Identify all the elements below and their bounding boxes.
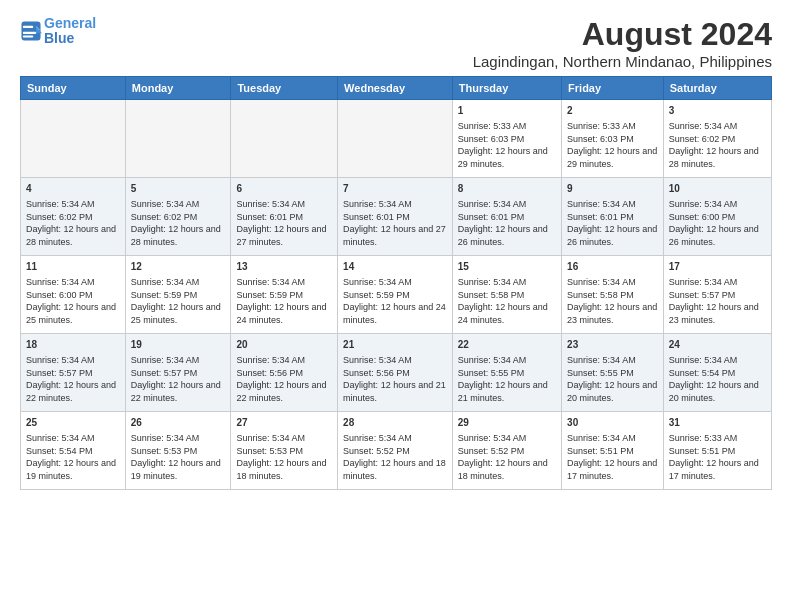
sunset-label: Sunset: 5:57 PM	[669, 290, 736, 300]
day-number: 4	[26, 182, 120, 196]
header-friday: Friday	[562, 77, 664, 100]
calendar-cell: 27Sunrise: 5:34 AMSunset: 5:53 PMDayligh…	[231, 412, 338, 490]
day-number: 29	[458, 416, 556, 430]
sunset-label: Sunset: 6:01 PM	[236, 212, 303, 222]
daylight-label: Daylight: 12 hours and 29 minutes.	[458, 146, 548, 169]
daylight-label: Daylight: 12 hours and 29 minutes.	[567, 146, 657, 169]
calendar-cell: 16Sunrise: 5:34 AMSunset: 5:58 PMDayligh…	[562, 256, 664, 334]
day-number: 27	[236, 416, 332, 430]
calendar-cell: 31Sunrise: 5:33 AMSunset: 5:51 PMDayligh…	[663, 412, 771, 490]
sunset-label: Sunset: 5:51 PM	[567, 446, 634, 456]
daylight-label: Daylight: 12 hours and 19 minutes.	[26, 458, 116, 481]
day-number: 31	[669, 416, 766, 430]
header-saturday: Saturday	[663, 77, 771, 100]
sunset-label: Sunset: 5:52 PM	[458, 446, 525, 456]
sunrise-label: Sunrise: 5:34 AM	[458, 433, 527, 443]
calendar-cell: 4Sunrise: 5:34 AMSunset: 6:02 PMDaylight…	[21, 178, 126, 256]
sunrise-label: Sunrise: 5:34 AM	[343, 277, 412, 287]
day-number: 17	[669, 260, 766, 274]
calendar-cell: 29Sunrise: 5:34 AMSunset: 5:52 PMDayligh…	[452, 412, 561, 490]
sunrise-label: Sunrise: 5:34 AM	[131, 199, 200, 209]
calendar-cell: 21Sunrise: 5:34 AMSunset: 5:56 PMDayligh…	[338, 334, 453, 412]
sunset-label: Sunset: 5:54 PM	[669, 368, 736, 378]
main-title: August 2024	[473, 16, 772, 53]
sunrise-label: Sunrise: 5:34 AM	[26, 355, 95, 365]
sunrise-label: Sunrise: 5:34 AM	[669, 121, 738, 131]
daylight-label: Daylight: 12 hours and 18 minutes.	[458, 458, 548, 481]
sunrise-label: Sunrise: 5:34 AM	[567, 277, 636, 287]
sunrise-label: Sunrise: 5:34 AM	[567, 199, 636, 209]
sunset-label: Sunset: 5:57 PM	[131, 368, 198, 378]
sunrise-label: Sunrise: 5:34 AM	[343, 199, 412, 209]
day-number: 25	[26, 416, 120, 430]
sunset-label: Sunset: 6:03 PM	[567, 134, 634, 144]
daylight-label: Daylight: 12 hours and 20 minutes.	[567, 380, 657, 403]
sunset-label: Sunset: 5:52 PM	[343, 446, 410, 456]
daylight-label: Daylight: 12 hours and 21 minutes.	[343, 380, 446, 403]
daylight-label: Daylight: 12 hours and 28 minutes.	[669, 146, 759, 169]
calendar-header-row: Sunday Monday Tuesday Wednesday Thursday…	[21, 77, 772, 100]
sunrise-label: Sunrise: 5:34 AM	[26, 433, 95, 443]
header-sunday: Sunday	[21, 77, 126, 100]
day-number: 1	[458, 104, 556, 118]
sunset-label: Sunset: 6:02 PM	[669, 134, 736, 144]
sunrise-label: Sunrise: 5:34 AM	[343, 355, 412, 365]
sunset-label: Sunset: 6:02 PM	[26, 212, 93, 222]
daylight-label: Daylight: 12 hours and 26 minutes.	[669, 224, 759, 247]
sunset-label: Sunset: 6:00 PM	[26, 290, 93, 300]
sunrise-label: Sunrise: 5:34 AM	[131, 433, 200, 443]
calendar-cell: 24Sunrise: 5:34 AMSunset: 5:54 PMDayligh…	[663, 334, 771, 412]
day-number: 10	[669, 182, 766, 196]
calendar-cell: 18Sunrise: 5:34 AMSunset: 5:57 PMDayligh…	[21, 334, 126, 412]
sunset-label: Sunset: 5:56 PM	[343, 368, 410, 378]
calendar-cell: 20Sunrise: 5:34 AMSunset: 5:56 PMDayligh…	[231, 334, 338, 412]
sunrise-label: Sunrise: 5:34 AM	[236, 277, 305, 287]
calendar-cell: 6Sunrise: 5:34 AMSunset: 6:01 PMDaylight…	[231, 178, 338, 256]
calendar-cell: 25Sunrise: 5:34 AMSunset: 5:54 PMDayligh…	[21, 412, 126, 490]
logo: General Blue	[20, 16, 96, 47]
daylight-label: Daylight: 12 hours and 26 minutes.	[458, 224, 548, 247]
svg-rect-3	[23, 32, 36, 34]
sunrise-label: Sunrise: 5:33 AM	[567, 121, 636, 131]
sunrise-label: Sunrise: 5:34 AM	[669, 277, 738, 287]
sunset-label: Sunset: 5:58 PM	[567, 290, 634, 300]
sunset-label: Sunset: 5:53 PM	[131, 446, 198, 456]
daylight-label: Daylight: 12 hours and 19 minutes.	[131, 458, 221, 481]
day-number: 19	[131, 338, 226, 352]
calendar-cell: 8Sunrise: 5:34 AMSunset: 6:01 PMDaylight…	[452, 178, 561, 256]
calendar-cell	[21, 100, 126, 178]
sunset-label: Sunset: 6:02 PM	[131, 212, 198, 222]
sunrise-label: Sunrise: 5:34 AM	[567, 355, 636, 365]
calendar-cell: 28Sunrise: 5:34 AMSunset: 5:52 PMDayligh…	[338, 412, 453, 490]
calendar-cell: 23Sunrise: 5:34 AMSunset: 5:55 PMDayligh…	[562, 334, 664, 412]
daylight-label: Daylight: 12 hours and 28 minutes.	[131, 224, 221, 247]
daylight-label: Daylight: 12 hours and 24 minutes.	[236, 302, 326, 325]
daylight-label: Daylight: 12 hours and 18 minutes.	[236, 458, 326, 481]
sunrise-label: Sunrise: 5:34 AM	[567, 433, 636, 443]
day-number: 18	[26, 338, 120, 352]
day-number: 11	[26, 260, 120, 274]
sunset-label: Sunset: 6:00 PM	[669, 212, 736, 222]
daylight-label: Daylight: 12 hours and 24 minutes.	[343, 302, 446, 325]
sunset-label: Sunset: 5:56 PM	[236, 368, 303, 378]
page: General Blue August 2024 Lagindingan, No…	[0, 0, 792, 612]
daylight-label: Daylight: 12 hours and 17 minutes.	[567, 458, 657, 481]
sunrise-label: Sunrise: 5:34 AM	[458, 199, 527, 209]
calendar-cell	[231, 100, 338, 178]
calendar-cell: 15Sunrise: 5:34 AMSunset: 5:58 PMDayligh…	[452, 256, 561, 334]
sunset-label: Sunset: 5:55 PM	[458, 368, 525, 378]
sunrise-label: Sunrise: 5:34 AM	[343, 433, 412, 443]
sunset-label: Sunset: 6:03 PM	[458, 134, 525, 144]
sunset-label: Sunset: 5:58 PM	[458, 290, 525, 300]
day-number: 26	[131, 416, 226, 430]
day-number: 16	[567, 260, 658, 274]
daylight-label: Daylight: 12 hours and 24 minutes.	[458, 302, 548, 325]
sunrise-label: Sunrise: 5:34 AM	[131, 277, 200, 287]
daylight-label: Daylight: 12 hours and 23 minutes.	[567, 302, 657, 325]
day-number: 22	[458, 338, 556, 352]
sunset-label: Sunset: 5:57 PM	[26, 368, 93, 378]
header-monday: Monday	[125, 77, 231, 100]
sunset-label: Sunset: 6:01 PM	[567, 212, 634, 222]
day-number: 14	[343, 260, 447, 274]
svg-rect-4	[23, 36, 33, 38]
